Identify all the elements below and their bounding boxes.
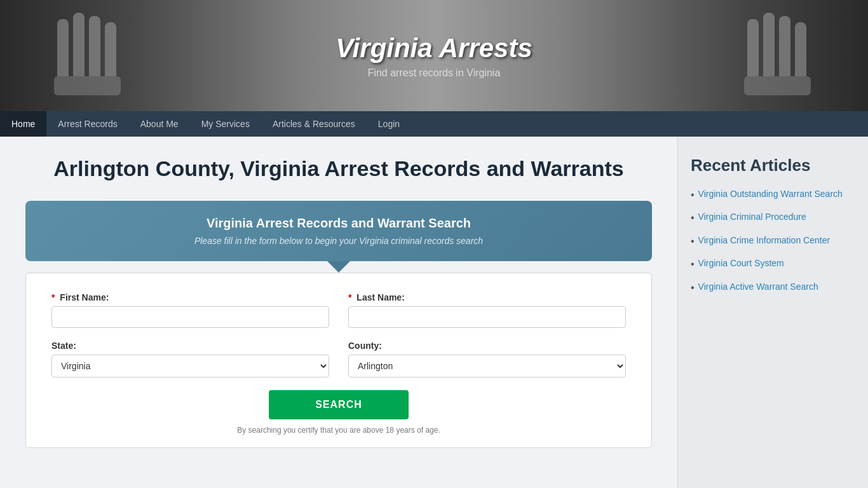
- state-county-row: State: Virginia Alabama Alaska Arizona A…: [51, 341, 626, 377]
- sidebar-title: Recent Articles: [691, 156, 855, 175]
- site-header: Virginia Arrests Find arrest records in …: [0, 0, 868, 111]
- list-item: • Virginia Crime Information Center: [691, 234, 855, 248]
- bullet-icon: •: [691, 281, 695, 295]
- first-name-label: * First Name:: [51, 292, 329, 302]
- svg-rect-5: [747, 19, 759, 83]
- article-link-4[interactable]: Virginia Court System: [698, 257, 784, 270]
- search-box-subtitle: Please fill in the form below to begin y…: [44, 236, 633, 246]
- site-subtitle: Find arrest records in Virginia: [336, 67, 532, 79]
- last-name-group: * Last Name:: [348, 292, 626, 328]
- nav-about-me[interactable]: About Me: [129, 111, 190, 137]
- last-name-required-marker: *: [348, 292, 351, 302]
- hands-right-decoration: [690, 0, 868, 111]
- bullet-icon: •: [691, 234, 695, 248]
- state-label: State:: [51, 341, 329, 351]
- nav-articles-resources[interactable]: Articles & Resources: [261, 111, 367, 137]
- state-group: State: Virginia Alabama Alaska Arizona A…: [51, 341, 329, 377]
- svg-rect-6: [763, 13, 775, 83]
- nav-arrest-records[interactable]: Arrest Records: [46, 111, 128, 137]
- list-item: • Virginia Criminal Procedure: [691, 211, 855, 225]
- svg-rect-2: [89, 16, 100, 83]
- search-box-title: Virginia Arrest Records and Warrant Sear…: [44, 216, 633, 231]
- county-label: County:: [348, 341, 626, 351]
- bullet-icon: •: [691, 188, 695, 202]
- bullet-icon: •: [691, 211, 695, 225]
- svg-rect-3: [105, 22, 116, 83]
- sidebar: Recent Articles • Virginia Outstanding W…: [677, 137, 868, 488]
- last-name-input[interactable]: [348, 306, 626, 328]
- search-section: Virginia Arrest Records and Warrant Sear…: [25, 201, 652, 448]
- article-link-1[interactable]: Virginia Outstanding Warrant Search: [698, 188, 843, 201]
- svg-rect-9: [744, 76, 811, 95]
- last-name-label: * Last Name:: [348, 292, 626, 302]
- nav-my-services[interactable]: My Services: [190, 111, 261, 137]
- article-link-2[interactable]: Virginia Criminal Procedure: [698, 211, 806, 224]
- list-item: • Virginia Court System: [691, 257, 855, 271]
- svg-rect-0: [57, 19, 69, 83]
- name-row: * First Name: * Last Name:: [51, 292, 626, 328]
- first-name-required-marker: *: [51, 292, 55, 302]
- site-title: Virginia Arrests: [336, 33, 532, 64]
- state-select[interactable]: Virginia Alabama Alaska Arizona Arkansas…: [51, 355, 329, 377]
- main-nav: Home Arrest Records About Me My Services…: [0, 111, 868, 137]
- main-content: Arlington County, Virginia Arrest Record…: [0, 137, 677, 488]
- nav-login[interactable]: Login: [367, 111, 411, 137]
- svg-rect-7: [779, 16, 790, 83]
- list-item: • Virginia Active Warrant Search: [691, 281, 855, 295]
- article-link-3[interactable]: Virginia Crime Information Center: [698, 234, 831, 247]
- first-name-input[interactable]: [51, 306, 329, 328]
- nav-home[interactable]: Home: [0, 111, 46, 137]
- county-group: County: Arlington Fairfax Alexandria Lou…: [348, 341, 626, 377]
- search-box-arrow: [327, 261, 350, 273]
- page-title: Arlington County, Virginia Arrest Record…: [25, 156, 652, 182]
- hands-left-decoration: [0, 0, 178, 111]
- article-link-5[interactable]: Virginia Active Warrant Search: [698, 281, 818, 294]
- search-form-container: * First Name: * Last Name:: [25, 273, 652, 448]
- recent-articles-list: • Virginia Outstanding Warrant Search • …: [691, 188, 855, 295]
- page-wrapper: Arlington County, Virginia Arrest Record…: [0, 137, 868, 488]
- first-name-group: * First Name:: [51, 292, 329, 328]
- header-text-block: Virginia Arrests Find arrest records in …: [336, 33, 532, 79]
- form-note: By searching you certify that you are ab…: [51, 426, 626, 435]
- svg-rect-4: [54, 76, 121, 95]
- search-box-header: Virginia Arrest Records and Warrant Sear…: [25, 201, 652, 261]
- svg-rect-8: [795, 22, 806, 83]
- search-button[interactable]: SEARCH: [269, 390, 409, 419]
- county-select[interactable]: Arlington Fairfax Alexandria Loudoun Pri…: [348, 355, 626, 377]
- list-item: • Virginia Outstanding Warrant Search: [691, 188, 855, 202]
- svg-rect-1: [73, 13, 85, 83]
- bullet-icon: •: [691, 257, 695, 271]
